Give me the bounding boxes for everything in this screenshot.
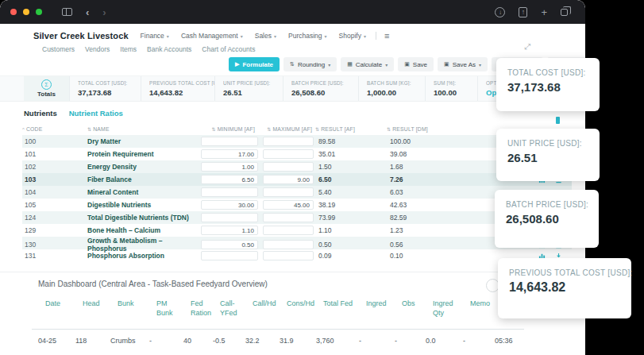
expand-icon[interactable]: ⤢ bbox=[524, 42, 530, 52]
save-as-button[interactable]: ▣Save As▾ bbox=[438, 57, 488, 71]
subnav-vendors[interactable]: Vendors bbox=[85, 45, 110, 53]
subnav-bank-accounts[interactable]: Bank Accounts bbox=[147, 45, 191, 53]
column-header-minimum-af[interactable]: ⇅MINIMUM [AF] bbox=[195, 126, 258, 132]
overlay-card-total-cost-usd[interactable]: TOTAL COST [USD]:37,173.68 bbox=[496, 58, 600, 111]
min-input[interactable]: 1.00 bbox=[201, 162, 258, 172]
column-header-code[interactable]: ^CODE bbox=[22, 126, 87, 132]
max-input[interactable] bbox=[263, 149, 314, 159]
subnav-items[interactable]: Items bbox=[120, 45, 137, 53]
close-button[interactable] bbox=[10, 9, 17, 15]
min-input[interactable]: 1.10 bbox=[201, 226, 258, 235]
table-row-104[interactable]: 104Mineral Content5.406.03 bbox=[22, 186, 572, 199]
cell-result-af: 73.99 bbox=[315, 214, 387, 222]
menu-purchasing[interactable]: Purchasing▾ bbox=[288, 32, 327, 40]
button-label: Save As bbox=[453, 61, 476, 68]
overlay-card-previous-total-cost-usd[interactable]: PREVIOUS TOTAL COST [USD]:14,643.82 bbox=[498, 258, 631, 318]
min-input[interactable]: 6.50 bbox=[201, 175, 258, 184]
cell-code: 102 bbox=[22, 163, 87, 171]
new-tab-icon[interactable]: + bbox=[541, 7, 547, 17]
back-icon[interactable]: ‹ bbox=[86, 7, 89, 17]
max-input[interactable]: 45.00 bbox=[263, 200, 314, 210]
min-input[interactable]: 0.50 bbox=[201, 240, 258, 249]
chevron-down-icon: ▾ bbox=[364, 33, 366, 39]
max-input[interactable] bbox=[263, 137, 314, 146]
max-input[interactable] bbox=[263, 162, 314, 172]
min-input[interactable] bbox=[201, 213, 258, 222]
max-input[interactable] bbox=[263, 213, 314, 222]
cell-code: 101 bbox=[22, 150, 87, 158]
totals-item-label: UNIT PRICE [USD]: bbox=[223, 80, 283, 86]
dashboard-cell: - bbox=[395, 337, 426, 345]
table-row-131[interactable]: 131Phosphorus Absorption0.090.10 bbox=[22, 249, 572, 262]
max-input[interactable] bbox=[263, 251, 314, 260]
column-header-name[interactable]: ⇅NAME bbox=[87, 126, 195, 132]
overlay-card-batch-price-usd[interactable]: BATCH PRICE [USD]:26,508.60 bbox=[495, 190, 599, 248]
menu-finance[interactable]: Finance▾ bbox=[141, 32, 169, 40]
overlay-card-unit-price-usd[interactable]: UNIT PRICE [USD]:26.51 bbox=[496, 129, 600, 181]
card-drag-handle[interactable] bbox=[556, 117, 560, 124]
table-row-102[interactable]: 102Energy Density1.001.501.68 bbox=[22, 160, 572, 173]
dashboard-column-pm-bunk: PM Bunk bbox=[149, 299, 183, 318]
table-row-124[interactable]: 124Total Digestible Nutrients (TDN)73.99… bbox=[22, 211, 572, 224]
totals-item-value: 26.51 bbox=[223, 88, 283, 97]
dashboard-column-memo: Memo bbox=[463, 299, 495, 318]
min-input[interactable] bbox=[201, 187, 258, 197]
download-icon[interactable]: ↓ bbox=[495, 7, 505, 17]
column-header-result-af[interactable]: ⇅RESULT [AF] bbox=[315, 126, 387, 132]
dashboard-cell: 04-25 bbox=[38, 337, 75, 345]
totals-label: Totals bbox=[37, 91, 56, 98]
max-input[interactable] bbox=[263, 187, 314, 197]
save-button[interactable]: ▣Save bbox=[398, 57, 434, 71]
calculate-button[interactable]: ▦Calculate▾ bbox=[341, 57, 394, 71]
cell-name: Total Digestible Nutrients (TDN) bbox=[87, 214, 195, 222]
tab-nutrient-ratios[interactable]: Nutrient Ratios bbox=[69, 109, 123, 118]
overlay-card-label: PREVIOUS TOTAL COST [USD]: bbox=[509, 268, 620, 277]
tab-overview-icon[interactable] bbox=[561, 9, 568, 16]
column-header-result-dm[interactable]: ⇅RESULT [DM] bbox=[387, 126, 461, 132]
min-input[interactable]: 17.00 bbox=[201, 149, 258, 159]
tab-nutrients[interactable]: Nutrients bbox=[24, 109, 57, 118]
column-header-maximum-af[interactable]: ⇅MAXIMUM [AF] bbox=[258, 126, 315, 132]
dashboard-column-cons-hd: Cons/Hd bbox=[280, 299, 316, 318]
max-input[interactable] bbox=[263, 240, 314, 249]
table-row-130[interactable]: 130Growth & Metabolism – Phosphorus0.500… bbox=[22, 237, 572, 249]
max-input[interactable] bbox=[263, 226, 314, 235]
share-icon[interactable]: ↑ bbox=[519, 7, 527, 17]
play-icon: ▶ bbox=[235, 61, 239, 68]
min-input[interactable] bbox=[201, 137, 258, 146]
zoom-button[interactable] bbox=[36, 9, 42, 15]
cell-code: 124 bbox=[22, 214, 87, 222]
chevron-down-icon: ▾ bbox=[479, 62, 481, 68]
sidebar-toggle-icon[interactable] bbox=[62, 8, 72, 16]
totals-item-label: SUM [%]: bbox=[434, 80, 477, 86]
dashboard-cell: - bbox=[149, 337, 183, 345]
forward-icon[interactable]: › bbox=[102, 7, 106, 17]
table-row-100[interactable]: 100Dry Matter89.58100.00 bbox=[22, 135, 572, 148]
cell-name: Fiber Balance bbox=[87, 176, 195, 183]
minimize-button[interactable] bbox=[23, 9, 29, 15]
menu-shopify[interactable]: Shopify▾ bbox=[339, 32, 366, 40]
cell-result-dm: 0.10 bbox=[387, 252, 461, 260]
subnav-chart-of-accounts[interactable]: Chart of Accounts bbox=[202, 45, 255, 53]
hamburger-menu-icon[interactable]: ≡ bbox=[384, 31, 389, 41]
totals-item-label: BATCH SUM [KG]: bbox=[367, 80, 425, 86]
table-row-105[interactable]: 105Digestible Nutrients30.0045.0038.1942… bbox=[22, 199, 572, 211]
menu-label: Cash Management bbox=[181, 32, 238, 40]
menu-cash-management[interactable]: Cash Management▾ bbox=[181, 32, 243, 40]
menu-sales[interactable]: Sales▾ bbox=[255, 32, 276, 40]
table-row-103[interactable]: 103Fiber Balance6.509.006.507.26 bbox=[22, 173, 572, 186]
chevron-down-icon: ▾ bbox=[325, 33, 327, 39]
cell-name: Energy Density bbox=[87, 163, 195, 171]
min-input[interactable] bbox=[201, 251, 258, 260]
min-input[interactable]: 30.00 bbox=[201, 200, 258, 210]
table-row-101[interactable]: 101Protein Requirement17.0035.0139.08 bbox=[22, 148, 572, 160]
totals-item-value: 100.00 bbox=[434, 88, 477, 97]
menu-label: Finance bbox=[141, 32, 164, 40]
subnav-customers[interactable]: Customers bbox=[42, 45, 75, 53]
max-input[interactable]: 9.00 bbox=[263, 175, 314, 184]
formulate-button[interactable]: ▶Formulate bbox=[229, 57, 280, 71]
table-row-129[interactable]: 129Bone Health – Calcium1.101.101.23 bbox=[22, 224, 572, 237]
totals-item-value: 37,173.68 bbox=[78, 88, 141, 97]
dashboard-column-ingred-qty: Ingred Qty bbox=[426, 299, 463, 318]
rounding-button[interactable]: ⇅Rounding▾ bbox=[283, 57, 337, 71]
